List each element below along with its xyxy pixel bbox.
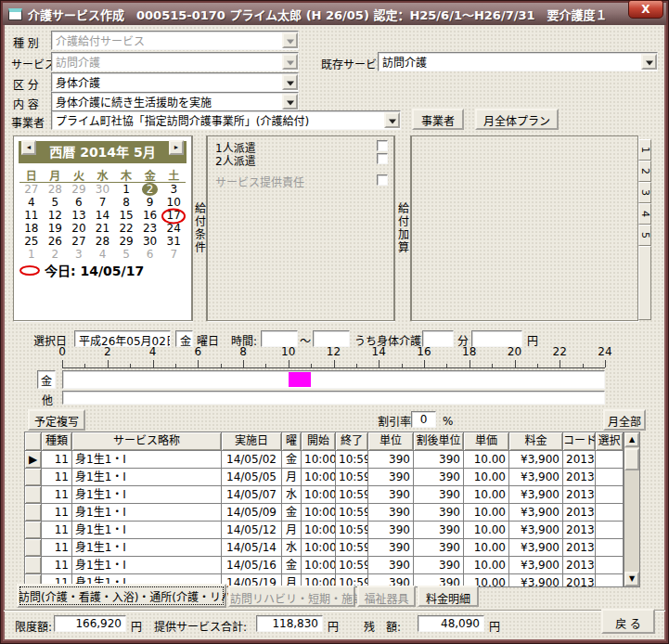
table-scrollbar[interactable]: ▲ ▼ <box>624 432 639 586</box>
calendar-day[interactable]: 14 <box>91 210 115 222</box>
column-header[interactable]: 料金 <box>509 432 563 451</box>
calendar-day[interactable]: 23 <box>138 223 162 235</box>
month-plan-button[interactable]: 月全体プラン <box>475 109 559 130</box>
table-row[interactable]: 11身1生1・Ⅰ14/05/07水10:0010:5939039010.00¥3… <box>25 486 624 504</box>
row-selector[interactable] <box>25 486 42 504</box>
naiyo-combobox[interactable]: 身体介護に続き生活援助を実施 <box>51 92 299 111</box>
dropdown-arrow-icon[interactable] <box>282 94 298 109</box>
calendar-day[interactable]: 27 <box>67 236 91 248</box>
column-header[interactable]: サービス略称 <box>72 432 222 451</box>
calendar-day[interactable]: 24 <box>161 223 186 235</box>
row-selector[interactable] <box>25 469 42 486</box>
service-responsibility-checkbox[interactable] <box>377 174 388 186</box>
calendar-day[interactable]: 6 <box>138 249 162 261</box>
column-header[interactable]: 実施日 <box>222 432 282 451</box>
calendar-day[interactable]: 11 <box>19 210 44 222</box>
calendar-day[interactable]: 7 <box>91 197 115 209</box>
calendar-day[interactable]: 31 <box>161 236 186 248</box>
column-header[interactable]: コード <box>563 432 596 451</box>
calendar-day[interactable]: 4 <box>19 197 44 209</box>
shubetsu-combobox[interactable]: 介護給付サービス <box>51 31 299 50</box>
calendar-day[interactable]: 26 <box>44 236 68 248</box>
side-tab-4[interactable]: 4 <box>638 203 651 225</box>
calendar-day[interactable]: 3 <box>67 249 91 261</box>
side-tab-3[interactable]: 3 <box>638 182 651 203</box>
side-tab-1[interactable]: 1 <box>638 139 651 161</box>
one-person-checkbox[interactable] <box>377 140 388 151</box>
column-header[interactable]: 開始 <box>302 432 336 451</box>
calendar-day[interactable]: 18 <box>19 223 44 235</box>
column-header[interactable]: 種類 <box>42 432 72 451</box>
tab-fukushi-kigu[interactable]: 福祉器具 <box>357 586 416 607</box>
copy-schedule-button[interactable]: 予定複写 <box>28 409 85 431</box>
calendar-day[interactable]: 9 <box>138 197 162 209</box>
calendar-day[interactable]: 2 <box>44 249 68 261</box>
tab-houmon-rehab[interactable]: 訪問リハビリ・短期・施設他 <box>228 586 355 607</box>
table-row[interactable]: 11身1生1・Ⅰ14/05/14水10:0010:5939039010.00¥3… <box>25 539 624 557</box>
calendar-day[interactable]: 19 <box>44 223 68 235</box>
column-header[interactable]: 割後単位 <box>414 432 464 451</box>
calendar-day[interactable]: 30 <box>91 184 115 196</box>
two-person-checkbox[interactable] <box>377 153 388 164</box>
scroll-down-icon[interactable]: ▼ <box>624 572 639 586</box>
timeline-bar-other[interactable] <box>62 391 605 405</box>
calendar-day[interactable]: 12 <box>44 210 68 222</box>
calendar-day[interactable]: 25 <box>19 236 44 248</box>
column-header[interactable]: 曜 <box>282 432 302 451</box>
table-row[interactable]: 11身1生1・Ⅰ14/05/16金10:0010:5939039010.00¥3… <box>25 557 624 574</box>
calendar-day[interactable]: 6 <box>67 197 91 209</box>
table-row[interactable]: 11身1生1・Ⅰ14/05/09金10:0010:5939039010.00¥3… <box>25 504 624 522</box>
calendar-day[interactable]: 16 <box>138 210 162 222</box>
scroll-up-icon[interactable]: ▲ <box>624 432 639 447</box>
calendar-day[interactable]: 8 <box>114 197 138 209</box>
table-row[interactable]: 11身1生1・Ⅰ14/05/12月10:0010:5939039010.00¥3… <box>25 522 624 539</box>
dropdown-arrow-icon[interactable] <box>282 74 298 90</box>
side-tab-5[interactable]: 5 <box>638 225 651 246</box>
calendar-day[interactable]: 29 <box>67 184 91 196</box>
calendar-day[interactable]: 17 <box>161 210 186 222</box>
calendar-day[interactable]: 27 <box>19 184 44 196</box>
side-tab-2[interactable]: 2 <box>638 161 651 182</box>
calendar-day[interactable]: 15 <box>114 210 138 222</box>
calendar-day[interactable]: 21 <box>91 223 115 235</box>
discount-field[interactable]: 0 <box>411 411 436 428</box>
table-row[interactable]: 11身1生1・Ⅰ14/05/05月10:0010:5939039010.00¥3… <box>25 469 624 486</box>
calendar-day[interactable]: 7 <box>161 249 186 261</box>
row-selector[interactable] <box>25 522 42 539</box>
row-selector[interactable]: ▶ <box>25 451 42 469</box>
calendar-day[interactable]: 22 <box>114 223 138 235</box>
column-header[interactable]: 選択 <box>596 432 624 451</box>
dropdown-arrow-icon[interactable] <box>282 32 298 48</box>
row-selector[interactable] <box>25 539 42 557</box>
service-combobox[interactable]: 訪問介護 <box>51 52 299 71</box>
calendar-day[interactable]: 28 <box>44 184 68 196</box>
calendar-day[interactable]: 30 <box>138 236 162 248</box>
dropdown-arrow-icon[interactable] <box>384 112 400 128</box>
calendar-day[interactable]: 4 <box>91 249 115 261</box>
calendar-day[interactable]: 28 <box>91 236 115 248</box>
kubun-combobox[interactable]: 身体介護 <box>51 72 299 92</box>
provider-button[interactable]: 事業者 <box>412 109 464 130</box>
column-header[interactable]: 単価 <box>464 432 509 451</box>
existing-service-combobox[interactable]: 訪問介護 <box>378 52 658 71</box>
row-selector[interactable] <box>25 557 42 574</box>
tab-houmon-kaigo[interactable]: 訪問(介護・看護・入浴)・通所(介護・リハビリ) <box>17 584 226 608</box>
column-header[interactable]: 終了 <box>336 432 368 451</box>
back-button[interactable]: 戻 る <box>601 609 655 634</box>
calendar-day[interactable]: 13 <box>67 210 91 222</box>
dropdown-arrow-icon[interactable] <box>641 54 657 70</box>
calendar-day[interactable]: 1 <box>19 249 44 261</box>
provider-combobox[interactable]: プライム町社協「指定訪問介護事業所」(介護給付) <box>51 110 401 130</box>
calendar-day[interactable]: 3 <box>161 184 186 196</box>
calendar-prev-button[interactable]: ◄ <box>21 140 36 155</box>
dropdown-arrow-icon[interactable] <box>282 54 298 70</box>
table-row[interactable]: ▶11身1生1・Ⅰ14/05/02金10:0010:5939039010.00¥… <box>25 451 624 469</box>
timeline-bar-friday[interactable] <box>62 370 605 389</box>
row-selector[interactable] <box>25 504 42 522</box>
column-header[interactable]: 単位 <box>368 432 414 451</box>
tab-ryoukin-meisai[interactable]: 料金明細 <box>418 586 479 607</box>
scroll-thumb[interactable] <box>624 448 639 470</box>
month-all-button[interactable]: 月全部 <box>603 409 646 431</box>
calendar-day[interactable]: 20 <box>67 223 91 235</box>
calendar-day[interactable]: 1 <box>114 184 138 196</box>
